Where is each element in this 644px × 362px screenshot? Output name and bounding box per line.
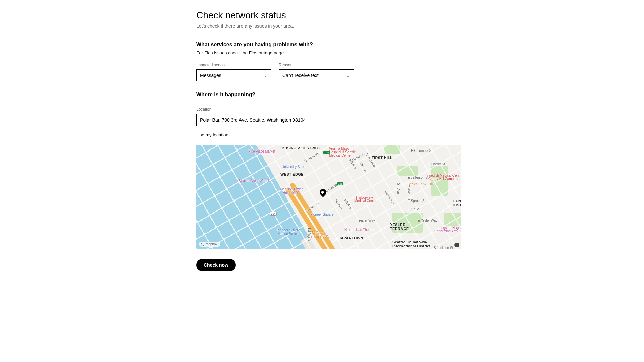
fios-hint: For Fios issues check the Fios outage pa… [196,50,454,55]
reason-label: Reason [279,63,354,67]
use-my-location-link[interactable]: Use my location [196,132,228,138]
district-label: CEN DIST [453,199,461,207]
check-now-button[interactable]: Check now [196,259,236,272]
location-label: Location [196,107,454,112]
map[interactable]: BUSINESS DISTRICT WEST EDGE FIRST HILL J… [196,145,461,249]
route-shield: 164 [323,151,330,154]
poi-label: Medical Center [329,154,352,157]
street-label: Yesler Way [358,219,375,222]
chevron-down-icon: ⌄ [346,73,350,78]
reason-value: Can't receive text [282,73,319,78]
street-label: E Cherry St [428,162,445,166]
district-label: WEST EDGE [280,172,304,176]
fios-outage-link[interactable]: Fios outage page [249,50,284,56]
map-info-button[interactable]: i [454,243,459,247]
street-label: E Fir St [408,207,419,211]
district-label: FIRST HILL [372,156,392,160]
street-label: S Jackson St [434,246,453,249]
poi-label: Pike Place Market [248,149,275,153]
reason-select[interactable]: Can't receive text ⌄ [279,69,354,81]
street-label: 11th Ave [407,181,411,194]
poi-label: Hotel 1000 [283,191,299,195]
location-heading: Where is it happening? [196,92,454,98]
mapbox-text: mapbox [206,242,218,246]
services-heading: What services are you having problems wi… [196,42,454,48]
chevron-down-icon: ⌄ [264,73,268,78]
district-label: International District [392,244,431,248]
map-street-grid [196,145,461,249]
impacted-service-label: Impacted service [196,63,271,67]
street-label: E Yesler Way [418,219,437,222]
impacted-service-select[interactable]: Messages ⌄ [196,69,271,81]
street-label: 10th Ave [396,181,400,194]
route-shield: 904 [270,212,277,216]
fios-hint-suffix: . [284,50,285,55]
mapbox-logo-icon [201,243,204,246]
poi-label: Pioneer Square [277,228,300,232]
poi-label: Cherry Hill Campus [428,177,458,181]
poi-label: Nippon Kan Theatre [344,228,374,232]
fios-hint-prefix: For Fios issues check the [196,50,249,55]
page-subtitle: Let's check if there are any issues in y… [196,23,454,29]
poi-label: Pioneer Square [310,213,334,216]
route-shield: 166 [337,182,343,185]
street-label: 1st Ave S [308,227,311,241]
poi-label: McCoy's [312,231,325,235]
poi-label: Performing Arts C. [434,229,461,233]
mapbox-attribution[interactable]: mapbox [199,242,220,247]
street-label: E Spruce St [408,199,425,203]
poi-label: University Street [282,165,306,169]
district-label: YESLER TERRACE [390,223,414,231]
poi-label: Madison Tower / [280,187,305,191]
street-label: E Jefferson St [408,176,429,179]
page-title: Check network status [196,10,454,21]
poi-label: Beck's Bar & Grill [408,182,433,186]
poi-label: Seattle Great Wheel [239,179,269,183]
street-label: E Columbia St [411,149,432,153]
poi-label: Habitat Beach [277,232,299,236]
district-label: BUSINESS DISTRICT [282,146,320,150]
district-label: JAPANTOWN [339,236,363,240]
impacted-service-value: Messages [200,73,221,78]
poi-label: Medical Center [354,199,377,203]
district-label: Seattle Chinatown- [392,240,427,244]
location-input[interactable] [196,114,354,126]
